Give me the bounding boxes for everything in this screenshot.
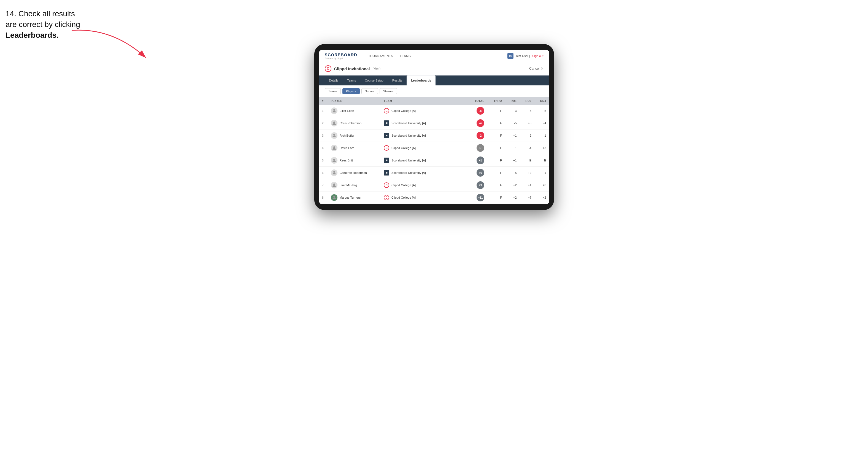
table-row: 2Chris Robertson▦Scoreboard University [… xyxy=(319,117,549,129)
cell-player: Chris Robertson xyxy=(328,117,381,129)
player-avatar xyxy=(331,107,337,114)
cell-rank: 8 xyxy=(319,191,328,204)
col-player-header: PLAYER xyxy=(328,97,381,105)
filter-players[interactable]: Players xyxy=(342,88,360,94)
player-name: Elliot Ebert xyxy=(340,109,354,113)
col-total-header: TOTAL xyxy=(463,97,487,105)
cell-total: +6 xyxy=(463,167,487,179)
cell-rd3: +6 xyxy=(534,179,549,191)
cell-player: Rich Butler xyxy=(328,129,381,142)
player-name: Chris Robertson xyxy=(340,122,362,125)
player-name: Rich Butler xyxy=(340,134,354,137)
tournament-icon: C xyxy=(325,65,331,72)
tab-course-setup[interactable]: Course Setup xyxy=(361,75,388,85)
player-avatar xyxy=(331,169,337,176)
cell-thru: F xyxy=(487,167,505,179)
score-badge: +9 xyxy=(476,181,484,189)
cell-thru: F xyxy=(487,117,505,129)
score-badge: -8 xyxy=(476,107,484,115)
cell-thru: F xyxy=(487,179,505,191)
team-name: Scoreboard University [A] xyxy=(392,159,426,162)
table-body: 1Elliot EbertCClippd College [A]-8F+3-6-… xyxy=(319,105,549,204)
score-badge: -2 xyxy=(476,132,484,139)
cell-player: David Ford xyxy=(328,142,381,154)
col-thru-header: THRU xyxy=(487,97,505,105)
score-badge: -4 xyxy=(476,119,484,127)
cell-rd2: -2 xyxy=(520,129,534,142)
cell-thru: F xyxy=(487,191,505,204)
tab-details[interactable]: Details xyxy=(325,75,343,85)
cell-rd1: +2 xyxy=(505,191,519,204)
cell-rank: 2 xyxy=(319,117,328,129)
cell-player: Blair McHarg xyxy=(328,179,381,191)
player-name: Cameron Robertson xyxy=(340,171,367,175)
cell-total: E xyxy=(463,142,487,154)
cell-rd2: -4 xyxy=(520,142,534,154)
score-badge: E xyxy=(476,144,484,152)
instruction-line3: Leaderboards. xyxy=(5,31,59,39)
team-name: Clippd College [A] xyxy=(392,196,416,199)
instruction-line2: are correct by clicking xyxy=(5,20,80,29)
player-avatar xyxy=(331,120,337,126)
cell-rd3: +3 xyxy=(534,142,549,154)
player-avatar xyxy=(331,194,337,201)
player-avatar xyxy=(331,157,337,164)
cell-player: Rees Britt xyxy=(328,154,381,167)
cell-rd3: -5 xyxy=(534,105,549,117)
tournament-name: Clippd Invitational xyxy=(334,66,370,71)
team-name: Clippd College [A] xyxy=(392,109,416,113)
cell-rd3: E xyxy=(534,154,549,167)
filter-teams[interactable]: Teams xyxy=(325,88,341,94)
cell-team: CClippd College [A] xyxy=(381,191,463,204)
cell-total: -8 xyxy=(463,105,487,117)
nav-tournaments[interactable]: TOURNAMENTS xyxy=(368,53,393,59)
scene-wrapper: SCOREBOARD Powered by clippd TOURNAMENTS… xyxy=(5,11,863,226)
player-name: Blair McHarg xyxy=(340,184,357,187)
cell-rd1: +3 xyxy=(505,105,519,117)
cell-total: -4 xyxy=(463,117,487,129)
cell-rd2: +1 xyxy=(520,179,534,191)
cell-total: +9 xyxy=(463,179,487,191)
tab-teams[interactable]: Teams xyxy=(343,75,360,85)
score-badge: +1 xyxy=(476,156,484,164)
player-avatar xyxy=(331,145,337,151)
tab-leaderboards[interactable]: Leaderboards xyxy=(407,75,435,85)
table-row: 3Rich Butler▦Scoreboard University [A]-2… xyxy=(319,129,549,142)
nav-teams[interactable]: TEAMS xyxy=(400,53,411,59)
cancel-button[interactable]: Cancel ✕ xyxy=(529,67,543,70)
cell-team: ▦Scoreboard University [A] xyxy=(381,167,463,179)
svg-point-7 xyxy=(333,184,335,185)
instruction-block: 14. Check all results are correct by cli… xyxy=(5,8,80,41)
cell-rd1: +5 xyxy=(505,167,519,179)
cell-rank: 7 xyxy=(319,179,328,191)
cell-team: CClippd College [A] xyxy=(381,105,463,117)
filter-bar: Teams Players Scores Strokes xyxy=(319,85,549,97)
nav-right: TU Test User | Sign out xyxy=(507,53,544,59)
cell-rd2: +7 xyxy=(520,191,534,204)
filter-scores[interactable]: Scores xyxy=(362,88,378,94)
cell-thru: F xyxy=(487,154,505,167)
table-row: 8Marcus TurnersCClippd College [A]+11F+2… xyxy=(319,191,549,204)
cell-rank: 1 xyxy=(319,105,328,117)
team-icon: C xyxy=(384,145,389,151)
svg-point-2 xyxy=(333,122,335,123)
logo-area: SCOREBOARD Powered by clippd xyxy=(325,52,357,60)
team-icon: ▦ xyxy=(384,158,389,163)
leaderboard-table-container: # PLAYER TEAM TOTAL THRU RD1 RD2 RD3 1El… xyxy=(319,97,549,204)
svg-point-5 xyxy=(333,159,335,160)
cell-rank: 6 xyxy=(319,167,328,179)
cell-rd2: -6 xyxy=(520,105,534,117)
team-name: Scoreboard University [A] xyxy=(392,122,426,125)
user-avatar: TU xyxy=(507,53,514,59)
cell-rd3: -1 xyxy=(534,167,549,179)
player-avatar xyxy=(331,132,337,139)
cell-rd3: -1 xyxy=(534,129,549,142)
signout-link[interactable]: Sign out xyxy=(532,54,543,58)
col-rd3-header: RD3 xyxy=(534,97,549,105)
cell-rd3: -4 xyxy=(534,117,549,129)
svg-point-1 xyxy=(333,109,335,111)
tab-results[interactable]: Results xyxy=(388,75,407,85)
team-icon: C xyxy=(384,182,389,188)
filter-strokes[interactable]: Strokes xyxy=(380,88,397,94)
cell-rd1: -5 xyxy=(505,117,519,129)
